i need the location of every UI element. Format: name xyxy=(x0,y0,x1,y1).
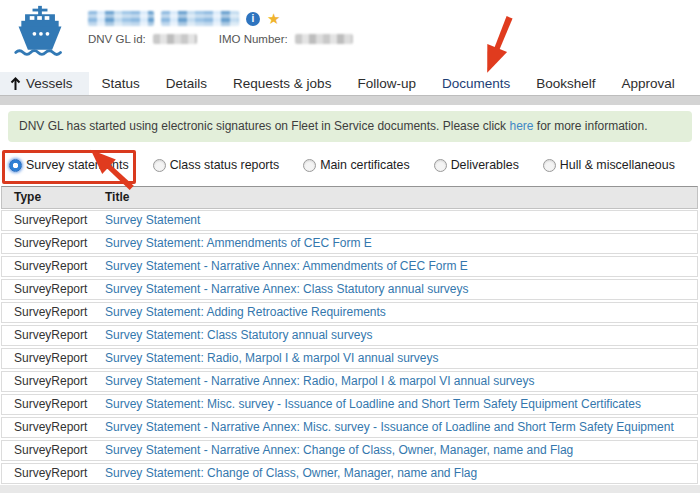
filter-survey-statements[interactable]: Survey statements xyxy=(9,158,129,172)
table-row[interactable]: SurveyReportSurvey Statement: Misc. surv… xyxy=(1,394,698,415)
doc-type: SurveyReport xyxy=(14,395,105,414)
doc-title-link[interactable]: Survey Statement: Ammendments of CEC For… xyxy=(105,236,372,250)
banner-text-before: DNV GL has started using electronic sign… xyxy=(19,119,509,133)
doc-title-link[interactable]: Survey Statement: Radio, Marpol I & marp… xyxy=(105,351,439,365)
tab-vessels-label: Vessels xyxy=(26,72,73,95)
up-arrow-icon xyxy=(10,77,21,91)
banner-text-after: for more information. xyxy=(533,119,647,133)
filter-main-certificates-radio[interactable] xyxy=(303,159,316,172)
doc-type: SurveyReport xyxy=(14,211,105,230)
table-row[interactable]: SurveyReportSurvey Statement: Ammendment… xyxy=(1,233,698,254)
tab-requests-jobs-label: Requests & jobs xyxy=(233,76,331,91)
tab-requests-jobs[interactable]: Requests & jobs xyxy=(220,72,344,95)
table-row[interactable]: SurveyReportSurvey Statement - Narrative… xyxy=(1,440,698,461)
imo-number-redacted xyxy=(295,34,353,44)
tab-documents[interactable]: Documents xyxy=(429,72,523,95)
tab-status-label: Status xyxy=(102,76,140,91)
vessel-name-redacted xyxy=(88,11,154,26)
doc-title-link[interactable]: Survey Statement: Change of Class, Owner… xyxy=(105,466,477,480)
doc-title-link[interactable]: Survey Statement - Narrative Annex: Radi… xyxy=(105,374,535,388)
documents-page: i ★ DNV GL id: IMO Number: Vessels Statu… xyxy=(0,0,700,493)
table-row[interactable]: SurveyReportSurvey Statement - Narrative… xyxy=(1,279,698,300)
filter-hull-miscellaneous-radio[interactable] xyxy=(543,159,556,172)
vessel-header: i ★ DNV GL id: IMO Number: xyxy=(0,0,700,70)
table-row[interactable]: SurveyReportSurvey Statement: Change of … xyxy=(1,463,698,484)
tab-follow-up-label: Follow-up xyxy=(357,76,416,91)
filter-deliverables-label: Deliverables xyxy=(451,158,519,172)
filter-hull-miscellaneous[interactable]: Hull & miscellaneous xyxy=(543,158,675,172)
ship-logo-icon xyxy=(12,5,68,59)
doc-title-link[interactable]: Survey Statement - Narrative Annex: Chan… xyxy=(105,443,573,457)
doc-type: SurveyReport xyxy=(14,326,105,345)
filter-class-status-reports-label: Class status reports xyxy=(170,158,280,172)
doc-type: SurveyReport xyxy=(14,234,105,253)
filter-deliverables[interactable]: Deliverables xyxy=(434,158,519,172)
filter-survey-statements-label: Survey statements xyxy=(26,158,129,172)
table-row[interactable]: SurveyReportSurvey Statement: Class Stat… xyxy=(1,325,698,346)
doc-type: SurveyReport xyxy=(14,372,105,391)
filter-class-status-reports-radio[interactable] xyxy=(153,159,166,172)
tab-approval-label: Approval xyxy=(622,76,675,91)
imo-number-label: IMO Number: xyxy=(219,33,288,45)
tab-status[interactable]: Status xyxy=(89,72,153,95)
filter-main-certificates-label: Main certificates xyxy=(320,158,410,172)
esignature-notice-banner: DNV GL has started using electronic sign… xyxy=(8,111,692,142)
table-row[interactable]: SurveyReportSurvey Statement xyxy=(1,210,698,231)
filter-main-certificates[interactable]: Main certificates xyxy=(303,158,410,172)
doc-title-link[interactable]: Survey Statement xyxy=(105,213,200,227)
filter-class-status-reports[interactable]: Class status reports xyxy=(153,158,280,172)
favorite-star-icon[interactable]: ★ xyxy=(267,12,280,26)
doc-title-link[interactable]: Survey Statement - Narrative Annex: Amme… xyxy=(105,259,468,273)
filter-hull-miscellaneous-label: Hull & miscellaneous xyxy=(560,158,675,172)
tab-details-label: Details xyxy=(166,76,207,91)
column-header-type: Type xyxy=(14,187,105,208)
tab-approval[interactable]: Approval xyxy=(609,72,688,95)
tab-vessels[interactable]: Vessels xyxy=(0,72,89,95)
vessel-identity: i ★ DNV GL id: IMO Number: xyxy=(88,10,353,45)
tab-bookshelf-label: Bookshelf xyxy=(536,76,595,91)
bottom-divider xyxy=(0,485,700,493)
table-row[interactable]: SurveyReportSurvey Statement - Narrative… xyxy=(1,371,698,392)
tab-follow-up[interactable]: Follow-up xyxy=(344,72,429,95)
tab-bookshelf[interactable]: Bookshelf xyxy=(523,72,608,95)
tab-documents-label: Documents xyxy=(442,76,510,91)
main-nav-tabs: Vessels Status Details Requests & jobs F… xyxy=(0,72,700,95)
table-row[interactable]: SurveyReportSurvey Statement - Narrative… xyxy=(1,417,698,438)
table-body: SurveyReportSurvey Statement SurveyRepor… xyxy=(1,210,698,484)
tab-details[interactable]: Details xyxy=(153,72,220,95)
document-category-filters: Survey statements Class status reports M… xyxy=(0,151,700,179)
vessel-name-redacted-2 xyxy=(161,11,239,26)
info-icon[interactable]: i xyxy=(246,12,260,26)
doc-type: SurveyReport xyxy=(14,280,105,299)
filter-deliverables-radio[interactable] xyxy=(434,159,447,172)
documents-table: Type Title SurveyReportSurvey Statement … xyxy=(1,186,698,484)
column-header-title: Title xyxy=(105,187,697,208)
dnvgl-id-label: DNV GL id: xyxy=(88,33,146,45)
table-row[interactable]: SurveyReportSurvey Statement: Radio, Mar… xyxy=(1,348,698,369)
doc-type: SurveyReport xyxy=(14,441,105,460)
doc-title-link[interactable]: Survey Statement: Adding Retroactive Req… xyxy=(105,305,386,319)
doc-type: SurveyReport xyxy=(14,257,105,276)
dnvgl-id-redacted xyxy=(153,34,197,44)
banner-here-link[interactable]: here xyxy=(509,119,533,133)
tab-bar-divider xyxy=(0,95,700,105)
table-row[interactable]: SurveyReportSurvey Statement - Narrative… xyxy=(1,256,698,277)
doc-title-link[interactable]: Survey Statement: Misc. survey - Issuanc… xyxy=(105,397,641,411)
table-row[interactable]: SurveyReportSurvey Statement: Adding Ret… xyxy=(1,302,698,323)
doc-title-link[interactable]: Survey Statement - Narrative Annex: Clas… xyxy=(105,282,469,296)
doc-type: SurveyReport xyxy=(14,349,105,368)
table-header-row: Type Title xyxy=(1,186,698,209)
doc-title-link[interactable]: Survey Statement: Class Statutory annual… xyxy=(105,328,372,342)
filter-survey-statements-radio[interactable] xyxy=(9,159,22,172)
doc-type: SurveyReport xyxy=(14,464,105,483)
doc-type: SurveyReport xyxy=(14,303,105,322)
